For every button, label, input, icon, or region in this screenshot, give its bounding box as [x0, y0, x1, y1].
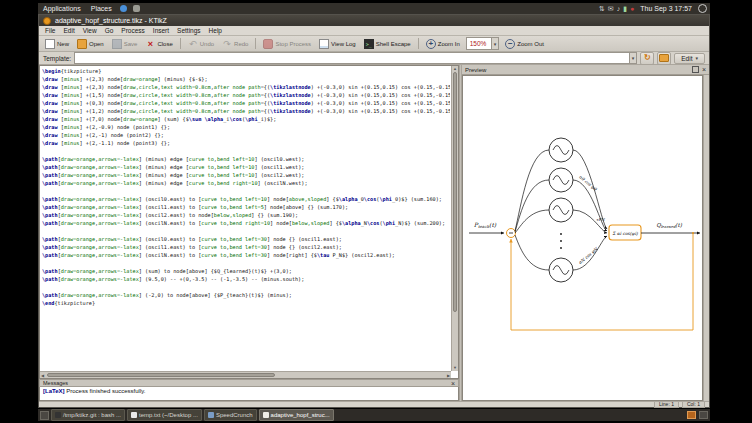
open-button[interactable]: Open [74, 38, 107, 50]
code-line: \draw [minus] +(2,3) node[draw,circle,te… [42, 83, 450, 91]
view-log-button[interactable]: View Log [316, 38, 359, 50]
scroll-left-icon[interactable]: ◀ [41, 372, 44, 378]
notification-icon[interactable]: ● [630, 4, 634, 13]
code-line: \draw [minus] +(2,-0.9) node (point1) {}… [42, 123, 450, 131]
code-line [42, 147, 450, 155]
menu-edit[interactable]: Edit [59, 27, 78, 34]
preview-vertical-scrollbar[interactable] [703, 75, 709, 401]
zoom-out-button[interactable]: −Zoom Out [502, 38, 547, 50]
close-button[interactable]: ×Close [142, 38, 175, 50]
code-line: \path[draw=orange,arrows=-latex] (oscil0… [42, 235, 450, 243]
editor-horizontal-scrollbar[interactable]: ◀ ▶ [40, 371, 451, 378]
preview-canvas[interactable]: Pteach(t) [462, 75, 703, 401]
template-combobox[interactable]: ▾ [74, 52, 637, 64]
shell-escape-button-label: Shell Escape [376, 41, 411, 47]
editor-code[interactable]: \begin{tikzpicture}\draw [minus] +(2,3) … [42, 67, 450, 370]
code-line: \path[draw=orange,arrows=-latex] (9.5,0)… [42, 275, 450, 283]
status-col-indicator: Col: 1 [682, 401, 705, 408]
code-line [42, 283, 450, 291]
scroll-right-icon[interactable]: ▶ [447, 372, 450, 378]
browser-launcher-icon[interactable] [120, 5, 127, 12]
redo-button: ↷Redo [219, 38, 251, 50]
taskbar-item-label: temp.txt (~/Desktop ... [139, 412, 198, 418]
fanout-edge [515, 210, 549, 233]
status-line-indicator: Line: 1 [654, 401, 679, 408]
mail-icon[interactable]: ✉ [608, 4, 614, 13]
stop-process-button: Stop Process [260, 38, 314, 50]
code-line: \draw [minus] +(2,3) node[draw=orange] (… [42, 75, 450, 83]
applications-menu[interactable]: Applications [41, 5, 83, 12]
messages-close-icon[interactable]: × [451, 380, 455, 387]
workspace-1-button[interactable] [687, 411, 696, 419]
places-menu[interactable]: Places [89, 5, 114, 12]
clock[interactable]: Thu Sep 3 17:57 [640, 5, 692, 12]
scroll-down-icon[interactable]: ▼ [452, 365, 458, 371]
preview-title: Preview [465, 67, 486, 73]
session-menu-icon[interactable] [698, 4, 707, 13]
fanout-edge [515, 150, 549, 231]
menu-view[interactable]: View [79, 27, 101, 34]
template-edit-button[interactable]: Edit ▾ [674, 53, 705, 64]
code-line: \path[draw=orange,arrows=-latex] (-2,0) … [42, 291, 450, 299]
menu-help[interactable]: Help [205, 27, 226, 34]
editor-vertical-scrollbar[interactable]: ▲ ▼ [451, 66, 458, 371]
output-label: Qlearned(t) [656, 222, 683, 229]
ellipsis-dot [560, 240, 562, 242]
code-editor[interactable]: \begin{tikzpicture}\draw [minus] +(2,3) … [39, 65, 459, 379]
battery-icon[interactable]: ▮ [623, 4, 627, 13]
menu-file[interactable]: File [41, 27, 59, 34]
edge-label-mid: τPN [596, 217, 606, 222]
template-bar: Template: ▾ ↻ Edit ▾ [39, 52, 709, 65]
code-line: \path[draw=orange,arrows=-latex] (oscil0… [42, 195, 450, 203]
messages-panel: Messages × [LaTeX] Process finished succ… [39, 379, 459, 401]
taskbar-item[interactable]: SpeedCrunch [204, 409, 257, 421]
preview-detach-icon[interactable] [692, 66, 699, 73]
preview-close-icon[interactable]: × [702, 66, 706, 73]
menu-bar: FileEditViewGoProcessInsertSettingsHelp [39, 26, 709, 36]
network-icon[interactable]: ⇅ [599, 4, 605, 13]
window-titlebar[interactable]: adaptive_hopf_structure.tikz - KTikZ [39, 15, 709, 26]
code-line: \draw [minus] +(2,-1) node (point2) {}; [42, 131, 450, 139]
taskbar-item[interactable]: temp.txt (~/Desktop ... [127, 409, 202, 421]
messages-body: [LaTeX] Process finished successfully. [39, 387, 459, 401]
template-reload-button[interactable]: ↻ [640, 52, 654, 65]
menu-process[interactable]: Process [117, 27, 148, 34]
menu-go[interactable]: Go [101, 27, 118, 34]
workspace-2-button[interactable] [699, 411, 708, 419]
messages-title: Messages [43, 380, 68, 386]
zoom-out-button-label: Zoom Out [517, 41, 544, 47]
taskbar-item[interactable]: /tmp/ktikz.git : bash ... [51, 409, 125, 421]
menu-insert[interactable]: Insert [149, 27, 173, 34]
stop-icon [263, 39, 273, 49]
volume-icon[interactable]: ♪ [617, 4, 621, 13]
zoom-in-button[interactable]: +Zoom In [423, 38, 463, 50]
template-combo-arrow-icon[interactable]: ▾ [629, 53, 637, 63]
files-launcher-icon[interactable] [133, 5, 140, 12]
code-line: \begin{tikzpicture} [42, 67, 450, 75]
show-desktop-button[interactable] [40, 411, 49, 420]
chevron-down-icon: ▾ [695, 55, 698, 61]
shell-icon: >_ [364, 39, 374, 49]
taskbar-item[interactable]: adaptive_hopf_struc... [259, 409, 334, 421]
scrollbar-thumb[interactable] [47, 373, 275, 377]
template-open-button[interactable] [657, 52, 671, 65]
system-tray: ⇅✉♪▮● [599, 4, 634, 13]
window-title: adaptive_hopf_structure.tikz - KTikZ [55, 17, 167, 24]
chevron-down-icon[interactable]: ▾ [491, 38, 499, 49]
zoom-level-combobox[interactable]: 150%▾ [466, 37, 500, 50]
redo-button-label: Redo [234, 41, 248, 47]
menu-settings[interactable]: Settings [173, 27, 205, 34]
new-button[interactable]: New [42, 38, 72, 50]
code-line: \path[draw=orange,arrows=-latex] (oscilN… [42, 219, 450, 227]
oscillator-node [549, 138, 573, 162]
new-button-label: New [57, 41, 69, 47]
scrollbar-thumb[interactable] [453, 72, 457, 312]
code-line: \path[draw=orange,arrows=-latex] (oscilN… [42, 251, 450, 259]
toolbar-separator [418, 38, 419, 49]
ktikz-icon [263, 412, 269, 418]
template-label: Template: [43, 55, 71, 62]
open-folder-icon [77, 39, 87, 49]
taskbar: /tmp/ktikz.git : bash ...temp.txt (~/Des… [38, 409, 710, 421]
shell-escape-button[interactable]: >_Shell Escape [361, 38, 414, 50]
code-line: \end{tikzpicture} [42, 299, 450, 307]
